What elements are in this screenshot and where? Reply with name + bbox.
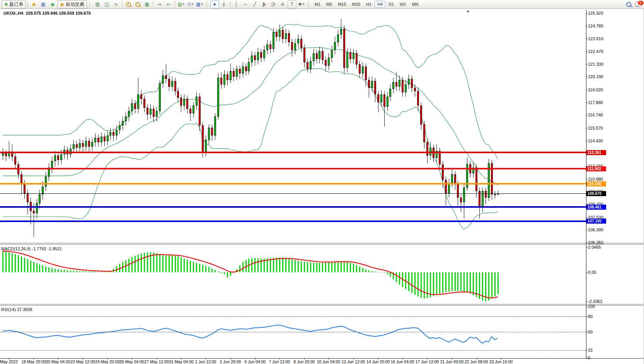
- panel-separator: [0, 305, 644, 306]
- timeframe-h1[interactable]: H1: [363, 1, 374, 8]
- timeframe-m30[interactable]: M30: [349, 1, 363, 8]
- tile-windows-icon[interactable]: ▦: [143, 0, 152, 9]
- current-price-line-badge: 109.670: [586, 191, 606, 196]
- templates-icon[interactable]: ▩▾: [195, 0, 204, 9]
- time-axis-tick: [34, 359, 34, 360]
- time-axis-tick: [476, 359, 477, 360]
- timeframe-w1[interactable]: W1: [397, 1, 409, 8]
- time-axis-label: 8 Jun 20:00: [294, 359, 315, 364]
- crosshair-icon[interactable]: ┼: [220, 0, 228, 9]
- line-chart-icon: ∿: [114, 2, 118, 7]
- time-axis-label: 17 Jun 12:00: [416, 359, 439, 364]
- time-axis-tick: [402, 359, 403, 360]
- orange-level-line[interactable]: [0, 183, 586, 185]
- time-axis-label: 22 Jun 08:00: [465, 359, 488, 364]
- time-axis-tick: [501, 359, 501, 360]
- templates-icon: ▩: [196, 2, 200, 7]
- chart-shift-marker[interactable]: ▼: [466, 10, 470, 14]
- sep: [230, 1, 230, 7]
- label-icon[interactable]: T: [288, 0, 296, 9]
- rsi-level-15: [0, 350, 586, 350]
- price-axis-tick: [586, 39, 588, 39]
- line-chart-icon[interactable]: ∿: [112, 0, 121, 9]
- time-axis-label: 26 May 04:00: [119, 359, 144, 364]
- equidistant-channel-icon[interactable]: ∥E: [260, 0, 269, 9]
- fibonacci-icon[interactable]: ▒F: [269, 0, 278, 9]
- charts-window-icon: ▦: [41, 2, 45, 7]
- vertical-line-icon[interactable]: │: [232, 0, 241, 9]
- chevron-down-icon: ▾: [183, 3, 184, 6]
- price-axis-tick: [586, 77, 588, 77]
- new-order-icon: ✚: [4, 2, 8, 7]
- price-axis-tick: [586, 90, 588, 90]
- charts-window-icon[interactable]: ▦: [39, 0, 48, 9]
- timeframe-m5[interactable]: M5: [324, 1, 335, 8]
- new-order-button[interactable]: ✚新订单: [2, 0, 26, 9]
- equidistant-channel-icon-sub: E: [264, 3, 266, 6]
- panel-separator[interactable]: [0, 304, 644, 304]
- support-line-2[interactable]: [0, 220, 586, 222]
- main-chart-canvas[interactable]: [0, 10, 586, 243]
- price-axis-tick: [586, 230, 588, 230]
- price-axis-label: 119.020: [588, 87, 603, 92]
- resistance-line-1[interactable]: [0, 152, 586, 153]
- autotrade-icon: ▣: [60, 2, 64, 7]
- macd-canvas[interactable]: [0, 245, 586, 304]
- time-axis-label: 10 Jun 04:00: [317, 359, 341, 364]
- price-axis-tick: [586, 26, 588, 26]
- time-axis-label: 24 May 20:00: [95, 359, 120, 364]
- search-icon[interactable]: [624, 0, 633, 9]
- candlestick-chart-icon[interactable]: ◫: [102, 0, 111, 9]
- rsi-axis-label: 50: [588, 330, 593, 334]
- gripper: [308, 1, 310, 7]
- time-axis-label: 20 May 04:00: [46, 359, 70, 364]
- notifications-icon[interactable]: 1: [634, 0, 642, 9]
- signals-icon: ◉: [50, 2, 54, 7]
- arrows-icon: ❖: [298, 2, 302, 7]
- timeframe-d1[interactable]: D1: [386, 1, 397, 8]
- time-axis-tick: [181, 359, 182, 360]
- zoom-in-icon[interactable]: +: [124, 0, 133, 9]
- zoom-out-icon[interactable]: −: [133, 0, 142, 9]
- price-axis-label: 120.190: [588, 74, 603, 79]
- autotrade-button[interactable]: ▣自动交易: [57, 0, 87, 9]
- toolbar: ✚新订单◆▦◉▣自动交易▥◫∿+−▦⇥⇤▤▾◷▾▩▾➤┼│─╱∥E▒FAT❖▾M…: [0, 0, 644, 9]
- macd-label: MACD(12,26,9) -1.7792 -1.9521: [1, 246, 62, 251]
- zoom-out-icon: −: [135, 2, 140, 7]
- sep: [175, 1, 175, 7]
- price-axis-tick: [586, 64, 588, 65]
- auto-scroll-icon[interactable]: ⇤: [164, 0, 173, 9]
- resistance-line-2[interactable]: [0, 168, 586, 169]
- candlestick-chart-icon: ◫: [104, 2, 109, 7]
- new-chart-icon[interactable]: ▤▾: [177, 0, 186, 9]
- time-axis-tick: [279, 359, 280, 360]
- support-line-1[interactable]: [0, 206, 586, 208]
- price-axis-tick: [586, 217, 588, 218]
- time-axis-label: 18 May 20:00: [21, 359, 46, 364]
- timeframe-h4[interactable]: H4: [375, 1, 385, 8]
- cursor-icon[interactable]: ➤: [210, 0, 219, 9]
- arrows-icon[interactable]: ❖▾: [297, 0, 306, 9]
- support-line-1-badge: 108.461: [586, 205, 606, 210]
- bar-chart-icon[interactable]: ▥: [93, 0, 102, 9]
- panel-separator[interactable]: [0, 243, 644, 243]
- price-axis-label: 117.880: [588, 100, 603, 105]
- rsi-axis-label: 15: [588, 348, 593, 352]
- chart-shift-icon[interactable]: ⇥: [155, 0, 164, 9]
- quotes-icon[interactable]: ◆: [29, 0, 38, 9]
- signals-icon[interactable]: ◉: [48, 0, 57, 9]
- chevron-down-icon: ▾: [192, 3, 193, 6]
- time-axis-tick: [230, 359, 231, 360]
- timeframe-m1[interactable]: M1: [312, 1, 323, 8]
- macd-axis-tick: [586, 272, 588, 273]
- text-icon[interactable]: A: [278, 0, 287, 9]
- current-price-line[interactable]: [0, 193, 586, 194]
- horizontal-line-icon[interactable]: ─: [241, 0, 250, 9]
- timeframe-m15[interactable]: M15: [335, 1, 349, 8]
- periodicity-icon[interactable]: ◷▾: [186, 0, 195, 9]
- timeframe-mn[interactable]: MN: [409, 1, 421, 8]
- time-axis-label: 23 Jun 16:00: [489, 359, 513, 364]
- label-icon: T: [290, 2, 293, 7]
- periodicity-icon: ◷: [187, 2, 191, 7]
- trendline-icon[interactable]: ╱: [250, 0, 259, 9]
